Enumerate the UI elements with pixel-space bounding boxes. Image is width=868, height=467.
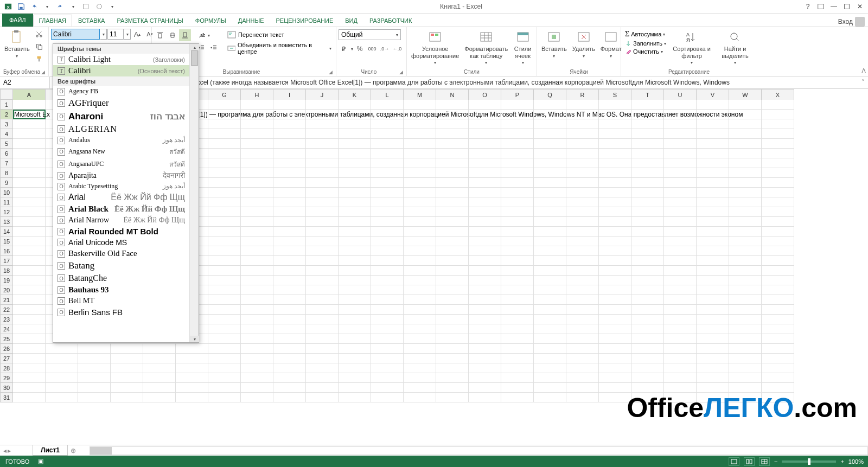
cell-E31[interactable]	[143, 393, 176, 402]
cell-W2[interactable]	[729, 110, 762, 119]
cell-A1[interactable]	[13, 100, 46, 110]
cell-M7[interactable]	[404, 158, 436, 168]
cell-J7[interactable]	[306, 158, 339, 168]
row-head-13[interactable]: 13	[0, 217, 13, 227]
cell-O8[interactable]	[469, 168, 501, 178]
cell-X9[interactable]	[762, 178, 794, 188]
cell-N27[interactable]	[436, 354, 469, 363]
tab-рецензирование[interactable]: РЕЦЕНЗИРОВАНИЕ	[270, 15, 339, 27]
cell-B28[interactable]	[46, 363, 78, 373]
cell-R13[interactable]	[566, 217, 599, 227]
cell-A23[interactable]	[13, 315, 46, 324]
cell-W5[interactable]	[729, 139, 762, 149]
cell-W31[interactable]	[729, 393, 762, 402]
cell-K30[interactable]	[339, 383, 371, 393]
cell-styles-button[interactable]: Стили ячеек▾	[511, 28, 534, 66]
cell-I30[interactable]	[273, 383, 306, 393]
cell-L6[interactable]	[371, 149, 404, 158]
cell-J9[interactable]	[306, 178, 339, 188]
view-break-icon[interactable]	[759, 457, 770, 466]
cell-Q4[interactable]	[534, 129, 566, 139]
cell-L2[interactable]	[371, 110, 404, 119]
redo-icon[interactable]	[54, 1, 66, 12]
cell-G30[interactable]	[208, 383, 241, 393]
cell-W3[interactable]	[729, 119, 762, 129]
cell-Q30[interactable]	[534, 383, 566, 393]
cell-U29[interactable]	[664, 373, 697, 383]
cell-J14[interactable]	[306, 227, 339, 236]
cell-A8[interactable]	[13, 168, 46, 178]
cell-O25[interactable]	[469, 334, 501, 344]
zoom-out-icon[interactable]: −	[774, 458, 777, 465]
cell-W10[interactable]	[729, 188, 762, 197]
cell-U4[interactable]	[664, 129, 697, 139]
col-head-L[interactable]: L	[371, 89, 404, 100]
cell-G22[interactable]	[208, 305, 241, 315]
cell-R7[interactable]	[566, 158, 599, 168]
cell-S10[interactable]	[599, 188, 631, 197]
row-head-22[interactable]: 22	[0, 305, 13, 315]
cell-A13[interactable]	[13, 217, 46, 227]
cell-I22[interactable]	[273, 305, 306, 315]
cell-O16[interactable]	[469, 246, 501, 256]
cell-A3[interactable]	[13, 119, 46, 129]
cell-L18[interactable]	[371, 266, 404, 276]
cell-S20[interactable]	[599, 285, 631, 295]
cell-M15[interactable]	[404, 236, 436, 246]
cell-X27[interactable]	[762, 354, 794, 363]
currency-icon[interactable]: ₽	[339, 43, 350, 55]
select-all[interactable]	[0, 89, 13, 100]
cell-H20[interactable]	[241, 285, 273, 295]
cell-Q1[interactable]	[534, 100, 566, 110]
cell-R27[interactable]	[566, 354, 599, 363]
cell-G3[interactable]	[208, 119, 241, 129]
cell-I26[interactable]	[273, 344, 306, 354]
cell-S3[interactable]	[599, 119, 631, 129]
cell-P20[interactable]	[501, 285, 534, 295]
cell-G2[interactable]	[208, 110, 241, 119]
cell-P8[interactable]	[501, 168, 534, 178]
cell-X18[interactable]	[762, 266, 794, 276]
cell-T10[interactable]	[631, 188, 664, 197]
font-item[interactable]: OArial BlackЁё Жж Йй Фф Щщ	[53, 203, 189, 215]
cell-R10[interactable]	[566, 188, 599, 197]
col-head-S[interactable]: S	[599, 89, 631, 100]
tab-файл[interactable]: ФАЙЛ	[2, 14, 33, 27]
cell-N2[interactable]	[436, 110, 469, 119]
font-item[interactable]: OAngsana Newสวัสดี	[53, 145, 189, 158]
col-head-G[interactable]: G	[208, 89, 241, 100]
cell-J3[interactable]	[306, 119, 339, 129]
cell-W1[interactable]	[729, 100, 762, 110]
grow-font-icon[interactable]: A▴	[131, 28, 143, 40]
cell-X1[interactable]	[762, 100, 794, 110]
cell-H29[interactable]	[241, 373, 273, 383]
cell-P17[interactable]	[501, 256, 534, 266]
sheet-tab-1[interactable]: Лист1	[33, 445, 68, 456]
cell-O1[interactable]	[469, 100, 501, 110]
cell-K13[interactable]	[339, 217, 371, 227]
cell-R21[interactable]	[566, 295, 599, 305]
cell-A22[interactable]	[13, 305, 46, 315]
cell-J15[interactable]	[306, 236, 339, 246]
cell-D26[interactable]	[111, 344, 143, 354]
cell-S17[interactable]	[599, 256, 631, 266]
autosum-button[interactable]: ΣАвтосумма▾	[623, 29, 668, 39]
cell-E27[interactable]	[143, 354, 176, 363]
cell-O12[interactable]	[469, 207, 501, 217]
cell-L4[interactable]	[371, 129, 404, 139]
cell-M14[interactable]	[404, 227, 436, 236]
cell-E28[interactable]	[143, 363, 176, 373]
cell-T6[interactable]	[631, 149, 664, 158]
cell-G6[interactable]	[208, 149, 241, 158]
font-item[interactable]: OAndalusأبجد هوز	[53, 135, 189, 145]
cell-J31[interactable]	[306, 393, 339, 402]
cell-T5[interactable]	[631, 139, 664, 149]
delete-cells-button[interactable]: Удалить▾	[570, 28, 597, 60]
cell-N9[interactable]	[436, 178, 469, 188]
cell-I27[interactable]	[273, 354, 306, 363]
cell-J12[interactable]	[306, 207, 339, 217]
font-name-input[interactable]	[51, 29, 100, 40]
cell-N6[interactable]	[436, 149, 469, 158]
cell-P22[interactable]	[501, 305, 534, 315]
cell-U2[interactable]	[664, 110, 697, 119]
